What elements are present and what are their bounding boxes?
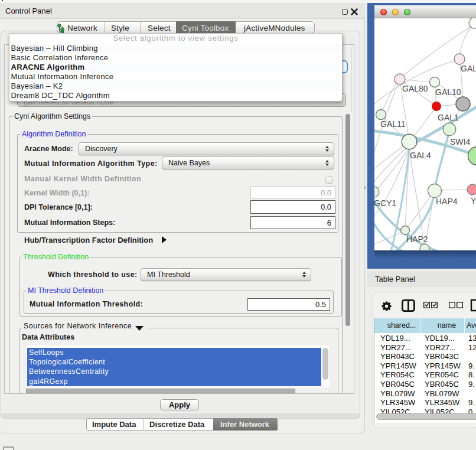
svg-text:HAP2: HAP2 [406, 234, 428, 244]
svg-text:YGL: YGL [471, 196, 476, 206]
svg-text:GAL4: GAL4 [410, 151, 431, 160]
svg-text:GCY1: GCY1 [374, 198, 396, 208]
svg-text:GAL11: GAL11 [380, 119, 406, 129]
svg-text:GAL1: GAL1 [438, 113, 459, 122]
svg-text:HAP4: HAP4 [436, 197, 458, 206]
svg-text:GAL2: GAL2 [461, 64, 476, 73]
svg-text:GAL10: GAL10 [435, 87, 461, 97]
svg-text:SWI4: SWI4 [450, 137, 470, 146]
svg-text:GAL80: GAL80 [402, 84, 428, 93]
